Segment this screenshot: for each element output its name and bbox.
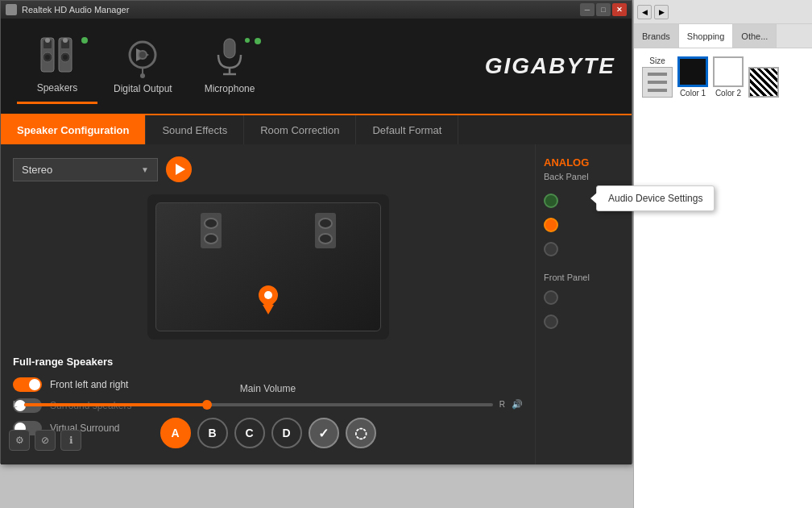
dropdown-value: Stereo bbox=[22, 164, 52, 176]
tooltip-popup: Audio Device Settings bbox=[596, 185, 715, 211]
dropdown-row: Stereo ▼ bbox=[13, 156, 523, 182]
button-b[interactable]: B bbox=[197, 418, 228, 448]
svg-point-9 bbox=[63, 38, 68, 43]
svg-point-8 bbox=[45, 38, 50, 43]
button-a[interactable]: A bbox=[160, 418, 191, 448]
speaker-config-dropdown[interactable]: Stereo ▼ bbox=[13, 158, 158, 181]
button-c[interactable]: C bbox=[234, 418, 265, 448]
location-pin bbox=[259, 285, 278, 314]
port-dot-3 bbox=[544, 242, 558, 256]
tab-speaker-configuration[interactable]: Speaker Configuration bbox=[1, 115, 146, 144]
tab-default-format[interactable]: Default Format bbox=[356, 115, 458, 144]
brand-logo: GIGABYTE bbox=[485, 53, 615, 78]
front-port-dot-2 bbox=[544, 314, 558, 329]
front-port-dot-1 bbox=[544, 290, 558, 305]
size-bar-3 bbox=[648, 89, 667, 92]
microphone-status-dot bbox=[253, 36, 263, 46]
color2-swatch[interactable] bbox=[713, 56, 744, 87]
brand-area: GIGABYTE bbox=[485, 53, 615, 79]
digital-output-label: Digital Output bbox=[114, 83, 172, 94]
browser-controls: ◀ ▶ bbox=[634, 0, 812, 24]
speaker-diagram bbox=[147, 194, 389, 339]
window-title: Realtek HD Audio Manager bbox=[22, 5, 129, 15]
device-microphone[interactable]: Microphone bbox=[188, 30, 271, 102]
right-speaker-img bbox=[315, 213, 336, 248]
browser-tab-other[interactable]: Othe... bbox=[733, 24, 777, 48]
no-sign-icon-btn[interactable]: ⊘ bbox=[35, 430, 56, 451]
right-speaker-cone-top bbox=[318, 218, 333, 229]
speakers-label: Speakers bbox=[37, 82, 78, 94]
device-digital-output[interactable]: Digital Output bbox=[97, 30, 188, 102]
browser-tab-shopping[interactable]: Shopping bbox=[679, 24, 734, 48]
left-speaker-cone-bottom bbox=[204, 233, 218, 244]
app-icon bbox=[6, 4, 17, 15]
svg-point-3 bbox=[45, 55, 50, 60]
color2-swatch-container: Color 2 bbox=[713, 56, 744, 98]
svg-point-11 bbox=[139, 51, 147, 59]
browser-content: Size Color 1 Color 2 bbox=[634, 48, 812, 110]
color1-label: Color 1 bbox=[680, 89, 706, 98]
size-bar-2 bbox=[648, 81, 667, 84]
button-check[interactable]: ✓ bbox=[309, 418, 339, 448]
settings-icon-btn[interactable]: ⚙ bbox=[9, 430, 30, 451]
play-button[interactable] bbox=[166, 156, 192, 182]
color3-swatch[interactable] bbox=[748, 67, 779, 98]
size-bar-1 bbox=[648, 73, 667, 76]
port-row-front bbox=[544, 290, 624, 329]
dropdown-arrow-icon: ▼ bbox=[141, 165, 149, 174]
bottom-buttons: A B C D ✓ ◌ bbox=[13, 418, 523, 448]
play-icon bbox=[176, 164, 185, 175]
browser-tab-brands[interactable]: Brands bbox=[634, 24, 679, 48]
vol-l-label: L bbox=[13, 400, 18, 409]
microphone-label: Microphone bbox=[205, 83, 255, 94]
analog-label: ANALOG bbox=[544, 156, 624, 169]
color3-swatch-container bbox=[748, 67, 779, 98]
tabs-bar: Speaker Configuration Sound Effects Room… bbox=[1, 115, 632, 144]
color1-swatch[interactable] bbox=[677, 56, 708, 87]
device-header: Speakers Digital Output bbox=[1, 19, 632, 115]
minimize-button[interactable]: ─ bbox=[580, 3, 594, 16]
size-widget: Size bbox=[642, 56, 673, 98]
button-circle[interactable]: ◌ bbox=[346, 418, 376, 448]
volume-icon: 🔊 bbox=[512, 399, 523, 410]
port-item-2 bbox=[544, 218, 624, 232]
volume-row: L R 🔊 bbox=[13, 399, 523, 410]
main-volume-label: Main Volume bbox=[13, 383, 523, 394]
svg-point-7 bbox=[63, 55, 68, 60]
front-panel-label: Front Panel bbox=[544, 273, 624, 282]
right-speaker-cone-bottom bbox=[318, 233, 333, 244]
close-button[interactable]: ✕ bbox=[612, 3, 627, 16]
vol-r-label: R bbox=[499, 400, 505, 409]
button-d[interactable]: D bbox=[271, 418, 302, 448]
browser-tabs: Brands Shopping Othe... bbox=[634, 24, 812, 48]
browser-fwd-btn[interactable]: ▶ bbox=[654, 5, 669, 19]
info-icon-btn[interactable]: ℹ bbox=[60, 430, 81, 451]
device-speakers[interactable]: Speakers bbox=[17, 29, 97, 104]
svg-rect-14 bbox=[224, 39, 235, 58]
volume-section: Main Volume L R 🔊 A B C D ✓ bbox=[13, 383, 523, 448]
maximize-button[interactable]: □ bbox=[596, 3, 611, 16]
left-speaker-img bbox=[201, 213, 222, 248]
titlebar: Realtek HD Audio Manager ─ □ ✕ bbox=[1, 1, 632, 19]
tab-room-correction[interactable]: Room Correction bbox=[244, 115, 356, 144]
volume-fill bbox=[24, 403, 212, 406]
browser-sidebar: ◀ ▶ Brands Shopping Othe... Size Color 1 bbox=[633, 0, 812, 508]
titlebar-left: Realtek HD Audio Manager bbox=[6, 4, 129, 15]
tooltip-text: Audio Device Settings bbox=[608, 193, 702, 204]
port-dot-2 bbox=[544, 218, 558, 232]
tab-sound-effects[interactable]: Sound Effects bbox=[146, 115, 244, 144]
volume-slider[interactable] bbox=[24, 403, 493, 406]
front-port-item-1 bbox=[544, 290, 624, 305]
front-port-item-2 bbox=[544, 314, 624, 329]
audio-manager-window: Realtek HD Audio Manager ─ □ ✕ bbox=[0, 0, 632, 464]
microphone-icon bbox=[209, 38, 250, 78]
color1-swatch-container: Color 1 bbox=[677, 56, 708, 98]
microphone-status-dot2 bbox=[243, 36, 251, 44]
port-dot-1 bbox=[544, 194, 558, 208]
size-control[interactable] bbox=[642, 67, 673, 98]
svg-point-13 bbox=[140, 73, 145, 78]
left-panel: Stereo ▼ bbox=[1, 144, 535, 464]
main-content: Stereo ▼ bbox=[1, 144, 632, 464]
tooltip-arrow bbox=[590, 193, 597, 204]
browser-back-btn[interactable]: ◀ bbox=[637, 5, 652, 19]
